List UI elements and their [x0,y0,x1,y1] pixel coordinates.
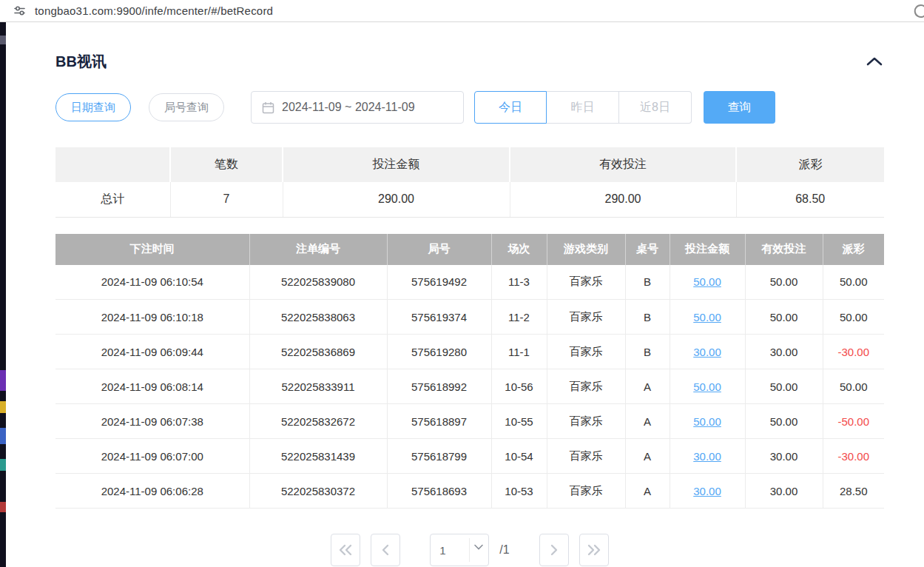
summary-bet-amount-value: 290.00 [283,182,510,217]
background-window-strip [0,22,6,567]
table-no-cell: B [625,300,670,335]
game-type-cell: 百家乐 [547,474,625,509]
chevron-up-icon[interactable] [865,55,884,68]
summary-header-payout: 派彩 [736,147,884,182]
valid-bet-cell: 30.00 [745,439,823,474]
session-cell: 10-55 [491,404,547,439]
bet-amount-cell: 50.00 [670,369,745,404]
calendar-icon [262,101,274,114]
bet-time-cell: 2024-11-09 06:06:28 [55,474,249,509]
round-no-cell: 575618897 [387,404,491,439]
page-select[interactable]: 1 [430,534,489,566]
summary-valid-bet-value: 290.00 [510,182,736,217]
summary-table: 笔数 投注金额 有效投注 派彩 总计 7 290.00 290.00 68.50 [55,147,884,218]
round-no-cell: 575619280 [387,335,491,369]
pagination: 1 /1 [55,534,884,566]
date-query-tab[interactable]: 日期查询 [55,93,131,121]
game-type-cell: 百家乐 [547,369,625,404]
order-no-cell: 522025832672 [249,404,387,439]
table-row: 2024-11-09 06:07:38 522025832672 5756188… [55,404,884,439]
bet-amount-link[interactable]: 50.00 [693,415,721,428]
bet-amount-link[interactable]: 30.00 [693,485,721,497]
select-divider [469,538,470,562]
search-button[interactable]: 查询 [704,91,775,124]
bet-amount-cell: 30.00 [670,439,745,474]
round-no-cell: 575618799 [387,439,491,474]
header-order-no: 注单编号 [249,234,387,265]
bet-amount-cell: 50.00 [670,265,745,300]
page-select-input[interactable]: 1 [430,534,489,566]
payout-cell: -30.00 [823,335,884,369]
order-no-cell: 522025839080 [249,265,387,300]
bet-amount-link[interactable]: 50.00 [693,275,721,288]
valid-bet-cell: 30.00 [745,335,823,369]
filter-toolbar: 日期查询 局号查询 2024-11-09 ~ 2024-11-09 今日 昨日 … [55,91,884,124]
header-bet-time: 下注时间 [55,234,249,265]
order-no-cell: 522025831439 [249,439,387,474]
summary-payout-value: 68.50 [736,182,884,217]
session-cell: 11-3 [491,265,547,300]
table-no-cell: A [625,369,670,404]
first-page-button[interactable] [331,534,360,566]
round-query-tab[interactable]: 局号查询 [149,93,224,121]
table-row: 2024-11-09 06:09:44 522025836869 5756192… [55,335,884,369]
bet-amount-cell: 50.00 [670,300,745,335]
last-page-button[interactable] [579,534,609,566]
session-cell: 10-53 [491,474,547,509]
order-no-cell: 522025833911 [249,369,387,404]
payout-cell: 50.00 [823,300,884,335]
table-row: 2024-11-09 06:07:00 522025831439 5756187… [55,439,884,474]
valid-bet-cell: 30.00 [745,474,823,509]
payout-cell: 50.00 [823,369,884,404]
total-pages-label: /1 [499,534,509,566]
bet-amount-cell: 50.00 [670,404,745,439]
game-type-cell: 百家乐 [547,439,625,474]
table-no-cell: A [625,474,670,509]
table-no-cell: B [625,265,670,300]
prev-page-button[interactable] [371,534,400,566]
bet-time-cell: 2024-11-09 06:10:54 [55,265,249,300]
bet-amount-link[interactable]: 30.00 [693,450,721,463]
round-no-cell: 575619374 [387,300,491,335]
url-text[interactable]: tongbao31.com:9900/infe/mcenter/#/betRec… [35,4,273,17]
page-title: BB视讯 [55,52,107,72]
session-cell: 10-54 [491,439,547,474]
bet-record-panel: BB视讯 日期查询 局号查询 2024-11-09 ~ 2024-11-09 今… [55,22,884,566]
bet-amount-link[interactable]: 30.00 [693,346,721,358]
header-bet-amount: 投注金额 [670,234,745,265]
valid-bet-cell: 50.00 [745,300,823,335]
bet-time-cell: 2024-11-09 06:10:18 [55,300,249,335]
panel-header: BB视讯 [55,50,884,73]
bet-time-cell: 2024-11-09 06:08:14 [55,369,249,404]
round-no-cell: 575618992 [387,369,491,404]
order-no-cell: 522025838063 [249,300,387,335]
summary-header-bet-amount: 投注金额 [283,147,510,182]
reload-icon[interactable] [913,3,924,22]
summary-header-empty [55,147,170,182]
date-range-picker[interactable]: 2024-11-09 ~ 2024-11-09 [251,91,464,124]
bet-time-cell: 2024-11-09 06:09:44 [55,335,249,369]
bet-amount-link[interactable]: 50.00 [693,311,721,323]
table-no-cell: A [625,404,670,439]
bet-record-table: 下注时间 注单编号 局号 场次 游戏类别 桌号 投注金额 有效投注 派彩 202… [55,234,884,509]
game-type-cell: 百家乐 [547,300,625,335]
header-game-type: 游戏类别 [547,234,625,265]
browser-address-bar: tongbao31.com:9900/infe/mcenter/#/betRec… [0,0,924,22]
date-range-value: 2024-11-09 ~ 2024-11-09 [282,101,415,114]
today-button[interactable]: 今日 [474,91,547,124]
summary-header-valid-bet: 有效投注 [510,147,736,182]
next-page-button[interactable] [539,534,569,566]
round-no-cell: 575618693 [387,474,491,509]
site-info-icon[interactable] [13,4,26,17]
last8days-button[interactable]: 近8日 [619,91,692,124]
bet-amount-link[interactable]: 50.00 [693,380,721,393]
summary-header-count: 笔数 [170,147,283,182]
payout-cell: 50.00 [823,265,884,300]
table-no-cell: B [625,335,670,369]
round-no-cell: 575619492 [387,265,491,300]
summary-total-row: 总计 7 290.00 290.00 68.50 [55,182,884,217]
quick-range-group: 今日 昨日 近8日 [474,91,692,124]
yesterday-button[interactable]: 昨日 [547,91,619,124]
bet-amount-cell: 30.00 [670,474,745,509]
order-no-cell: 522025830372 [249,474,387,509]
